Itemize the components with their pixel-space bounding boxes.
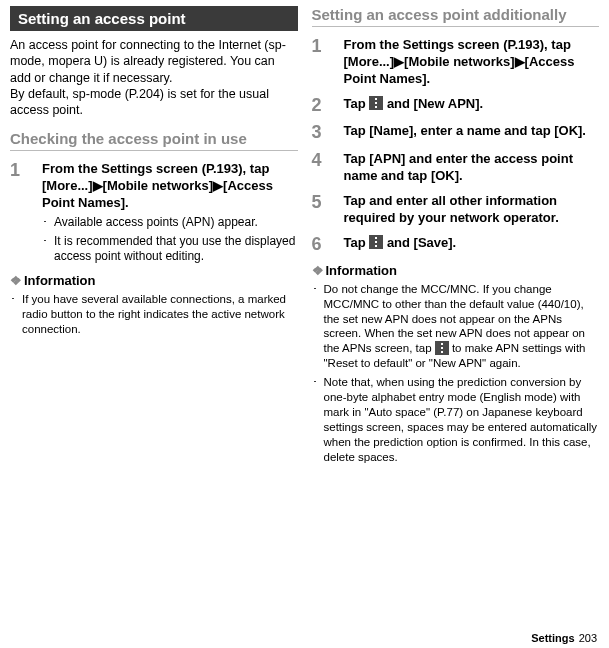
bullet-dot: ･ (10, 292, 16, 337)
subheading-additionally: Setting an access point additionally (312, 6, 600, 27)
step-number: 1 (10, 161, 30, 264)
intro-p2: By default, sp-mode (P.204) is set for t… (10, 87, 269, 117)
s6-text-a: Tap (344, 235, 370, 250)
menu-icon (435, 341, 449, 355)
step-number: 5 (312, 193, 332, 227)
information-label: Information (326, 263, 398, 278)
step-number: 4 (312, 151, 332, 185)
info-text-2: Note that, when using the prediction con… (324, 375, 600, 465)
information-heading: ❖Information (10, 273, 298, 288)
step1-bullet2: It is recommended that you use the displ… (54, 234, 298, 265)
section-banner: Setting an access point (10, 6, 298, 31)
intro-p1: An access point for connecting to the In… (10, 38, 286, 85)
footer-section: Settings (531, 632, 574, 644)
step1-bullet1: Available access points (APN) appear. (54, 215, 258, 231)
step-6: 6 Tap and [Save]. (312, 235, 600, 255)
info-text-1: If you have several available connection… (22, 292, 298, 337)
s3-text: Tap [Name], enter a name and tap [OK]. (344, 123, 600, 143)
bullet-dot: ･ (42, 215, 48, 231)
footer-page: 203 (579, 632, 597, 644)
s6-text-b: and [Save]. (383, 235, 456, 250)
step-1: 1 From the Settings screen (P.193), tap … (10, 161, 298, 264)
arrow-icon: ▶ (213, 178, 223, 193)
step1-text-b: [Mobile networks] (103, 178, 214, 193)
s2-text-a: Tap (344, 96, 370, 111)
menu-icon (369, 235, 383, 249)
info-text-1: Do not change the MCC/MNC. If you change… (324, 282, 600, 372)
step-5: 5 Tap and enter all other information re… (312, 193, 600, 227)
step-number: 3 (312, 123, 332, 143)
bullet-dot: ･ (312, 282, 318, 372)
step-1: 1 From the Settings screen (P.193), tap … (312, 37, 600, 88)
step-number: 2 (312, 96, 332, 116)
s4-text: Tap [APN] and enter the access point nam… (344, 151, 600, 185)
information-heading: ❖Information (312, 263, 600, 278)
arrow-icon: ▶ (394, 54, 404, 69)
intro-text: An access point for connecting to the In… (10, 37, 298, 118)
step-number: 6 (312, 235, 332, 255)
step-2: 2 Tap and [New APN]. (312, 96, 600, 116)
s2-text-b: and [New APN]. (383, 96, 483, 111)
subheading-checking: Checking the access point in use (10, 130, 298, 151)
step-4: 4 Tap [APN] and enter the access point n… (312, 151, 600, 185)
step-3: 3 Tap [Name], enter a name and tap [OK]. (312, 123, 600, 143)
information-label: Information (24, 273, 96, 288)
bullet-dot: ･ (312, 375, 318, 465)
menu-icon (369, 96, 383, 110)
diamond-icon: ❖ (10, 273, 22, 288)
s5-text: Tap and enter all other information requ… (344, 193, 600, 227)
page-footer: Settings203 (531, 632, 597, 644)
bullet-dot: ･ (42, 234, 48, 265)
step-number: 1 (312, 37, 332, 88)
s1-text-b: [Mobile networks] (404, 54, 515, 69)
arrow-icon: ▶ (515, 54, 525, 69)
arrow-icon: ▶ (93, 178, 103, 193)
diamond-icon: ❖ (312, 263, 324, 278)
